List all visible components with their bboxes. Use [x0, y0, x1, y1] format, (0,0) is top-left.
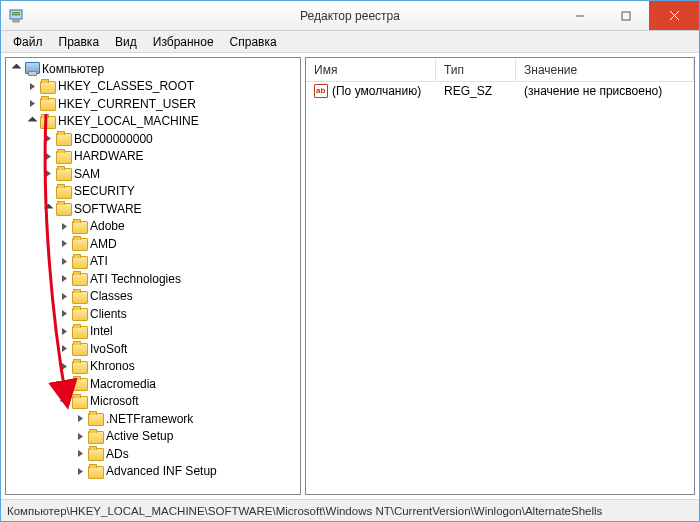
tree-label: ADs [104, 447, 131, 461]
expand-icon[interactable] [58, 273, 70, 285]
col-type[interactable]: Тип [436, 59, 516, 81]
expand-icon[interactable] [58, 220, 70, 232]
tree-item-amd[interactable]: AMD [10, 235, 298, 253]
folder-icon [72, 238, 88, 251]
window-controls [557, 1, 699, 30]
menu-edit[interactable]: Правка [51, 32, 108, 52]
tree-item-adv-inf[interactable]: Advanced INF Setup [10, 463, 298, 481]
folder-icon [72, 308, 88, 321]
tree-item-software[interactable]: SOFTWARE [10, 200, 298, 218]
expand-icon[interactable] [42, 150, 54, 162]
tree-item-khronos[interactable]: Khronos [10, 358, 298, 376]
expand-icon[interactable] [74, 430, 86, 442]
tree-item-macromedia[interactable]: Macromedia [10, 375, 298, 393]
tree-item-intel[interactable]: Intel [10, 323, 298, 341]
folder-icon [72, 343, 88, 356]
tree-label: HKEY_CLASSES_ROOT [56, 79, 196, 93]
expand-icon[interactable] [26, 98, 38, 110]
value-name: (По умолчанию) [332, 84, 421, 98]
cell-value: (значение не присвоено) [516, 82, 694, 100]
collapse-icon[interactable] [58, 395, 70, 407]
expand-icon[interactable] [42, 133, 54, 145]
menu-favorites[interactable]: Избранное [145, 32, 222, 52]
computer-icon [24, 62, 40, 76]
expand-icon[interactable] [74, 448, 86, 460]
tree-item-classes[interactable]: Classes [10, 288, 298, 306]
menu-view[interactable]: Вид [107, 32, 145, 52]
maximize-button[interactable] [603, 1, 649, 30]
collapse-icon[interactable] [26, 115, 38, 127]
folder-icon [72, 256, 88, 269]
tree-item-adobe[interactable]: Adobe [10, 218, 298, 236]
statusbar: Компьютер\HKEY_LOCAL_MACHINE\SOFTWARE\Mi… [1, 499, 699, 521]
tree-item-netframework[interactable]: .NETFramework [10, 410, 298, 428]
tree-label: IvoSoft [88, 342, 129, 356]
tree-item-ivosoft[interactable]: IvoSoft [10, 340, 298, 358]
tree-label: HKEY_LOCAL_MACHINE [56, 114, 201, 128]
tree-item-clients[interactable]: Clients [10, 305, 298, 323]
folder-icon [72, 361, 88, 374]
expand-icon[interactable] [58, 308, 70, 320]
tree-label: Компьютер [40, 62, 106, 76]
tree-label: SOFTWARE [72, 202, 144, 216]
tree-item-ati[interactable]: ATI [10, 253, 298, 271]
folder-icon [72, 273, 88, 286]
tree-item-security[interactable]: SECURITY [10, 183, 298, 201]
expand-icon[interactable] [58, 360, 70, 372]
status-path: Компьютер\HKEY_LOCAL_MACHINE\SOFTWARE\Mi… [7, 505, 602, 517]
tree-label: Active Setup [104, 429, 175, 443]
list-header: Имя Тип Значение [306, 58, 694, 82]
expand-icon[interactable] [58, 255, 70, 267]
tree-panel[interactable]: Компьютер HKEY_CLASSES_ROOT HKEY_CURRENT… [5, 57, 301, 495]
folder-icon [72, 221, 88, 234]
col-name[interactable]: Имя [306, 59, 436, 81]
minimize-button[interactable] [557, 1, 603, 30]
folder-icon [88, 448, 104, 461]
expand-icon[interactable] [74, 465, 86, 477]
cell-type: REG_SZ [436, 82, 516, 100]
folder-icon [56, 203, 72, 216]
expand-icon[interactable] [74, 413, 86, 425]
tree-label: AMD [88, 237, 119, 251]
expand-icon[interactable] [26, 80, 38, 92]
tree-item-hardware[interactable]: HARDWARE [10, 148, 298, 166]
close-button[interactable] [649, 1, 699, 30]
tree-item-ati-tech[interactable]: ATI Technologies [10, 270, 298, 288]
expand-icon[interactable] [42, 185, 54, 197]
folder-icon [88, 431, 104, 444]
tree-item-bcd[interactable]: BCD00000000 [10, 130, 298, 148]
svg-rect-1 [13, 20, 19, 22]
expand-icon[interactable] [58, 343, 70, 355]
folder-icon [40, 98, 56, 111]
expand-icon[interactable] [58, 238, 70, 250]
col-value[interactable]: Значение [516, 59, 694, 81]
tree-item-active-setup[interactable]: Active Setup [10, 428, 298, 446]
tree-label: .NETFramework [104, 412, 195, 426]
folder-icon [72, 291, 88, 304]
expand-icon[interactable] [58, 378, 70, 390]
tree-label: SAM [72, 167, 102, 181]
tree-item-computer[interactable]: Компьютер [10, 60, 298, 78]
list-row[interactable]: (По умолчанию) REG_SZ (значение не присв… [306, 82, 694, 100]
menu-file[interactable]: Файл [5, 32, 51, 52]
tree-item-sam[interactable]: SAM [10, 165, 298, 183]
expand-icon[interactable] [58, 290, 70, 302]
expand-icon[interactable] [42, 168, 54, 180]
values-panel[interactable]: Имя Тип Значение (По умолчанию) REG_SZ (… [305, 57, 695, 495]
tree-item-ads[interactable]: ADs [10, 445, 298, 463]
svg-rect-2 [12, 12, 20, 14]
folder-icon [72, 326, 88, 339]
tree-label: Classes [88, 289, 135, 303]
menubar: Файл Правка Вид Избранное Справка [1, 31, 699, 53]
folder-icon [72, 378, 88, 391]
collapse-icon[interactable] [42, 203, 54, 215]
tree-item-hklm[interactable]: HKEY_LOCAL_MACHINE [10, 113, 298, 131]
tree-label: ATI [88, 254, 110, 268]
expand-icon[interactable] [58, 325, 70, 337]
tree-item-hkcr[interactable]: HKEY_CLASSES_ROOT [10, 78, 298, 96]
menu-help[interactable]: Справка [222, 32, 285, 52]
tree-item-microsoft[interactable]: Microsoft [10, 393, 298, 411]
tree-item-hkcu[interactable]: HKEY_CURRENT_USER [10, 95, 298, 113]
tree-label: SECURITY [72, 184, 137, 198]
collapse-icon[interactable] [10, 63, 22, 75]
